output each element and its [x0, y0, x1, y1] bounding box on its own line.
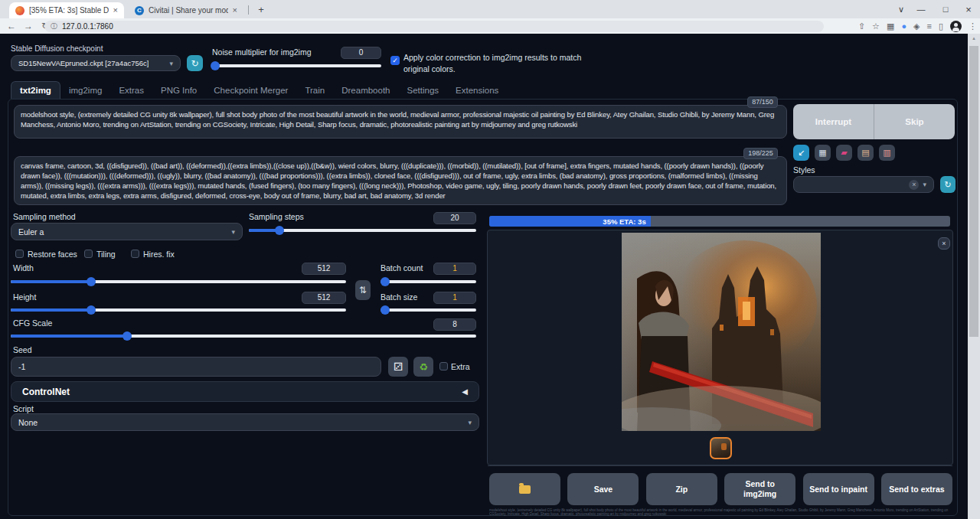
- clear-prompt-button[interactable]: ▦: [815, 145, 831, 161]
- tab-title: Civitai | Share your models: [149, 6, 228, 15]
- cfg-scale-slider[interactable]: [11, 335, 476, 338]
- browser-menu-icon[interactable]: ⋮: [969, 21, 977, 31]
- slider-thumb[interactable]: [275, 226, 284, 235]
- site-info-icon[interactable]: ⓘ: [51, 21, 57, 31]
- window-maximize-button[interactable]: □: [933, 0, 959, 18]
- batch-count-value[interactable]: 1: [433, 263, 476, 275]
- refresh-styles-button[interactable]: ↻: [940, 176, 956, 193]
- tiling-checkbox[interactable]: [84, 250, 93, 258]
- noise-multiplier-value[interactable]: 0: [341, 47, 381, 59]
- profile-avatar[interactable]: [950, 21, 962, 32]
- batch-size-value[interactable]: 1: [433, 292, 476, 304]
- slider-thumb[interactable]: [87, 277, 96, 286]
- back-icon[interactable]: ←: [3, 21, 20, 31]
- scrollbar-thumb[interactable]: [969, 46, 978, 337]
- send-to-inpaint-button[interactable]: Send to inpaint: [803, 473, 874, 505]
- browser-tab-stable-diffusion[interactable]: [35% ETA: 3s] Stable Diffusion ×: [9, 2, 124, 18]
- forward-icon[interactable]: →: [20, 21, 37, 31]
- share-icon[interactable]: ⇧: [858, 21, 865, 31]
- generated-image[interactable]: [622, 233, 821, 431]
- extension-dot-icon[interactable]: ●: [901, 21, 906, 31]
- height-slider[interactable]: [11, 308, 346, 312]
- slider-fill: [11, 335, 127, 338]
- new-tab-button[interactable]: +: [254, 3, 268, 17]
- sampling-method-select[interactable]: Euler a ▾: [11, 223, 243, 240]
- side-panel-icon[interactable]: ▯: [939, 21, 943, 31]
- seed-extra-checkbox[interactable]: [439, 362, 448, 370]
- clear-styles-icon[interactable]: ×: [909, 180, 919, 190]
- close-tab-icon[interactable]: ×: [233, 6, 237, 15]
- cfg-scale-value[interactable]: 8: [433, 318, 476, 331]
- tab-dreambooth[interactable]: Dreambooth: [333, 82, 398, 99]
- tab-img2img[interactable]: img2img: [60, 82, 110, 99]
- paste-params-button[interactable]: ↙: [793, 145, 809, 161]
- tab-train[interactable]: Train: [296, 82, 333, 99]
- color-correction-checkbox[interactable]: ✓: [390, 56, 400, 65]
- gallery-thumbnail[interactable]: [710, 437, 732, 459]
- browser-tab-civitai[interactable]: C Civitai | Share your models ×: [129, 2, 243, 18]
- sampling-steps-slider[interactable]: [249, 229, 476, 232]
- slider-thumb[interactable]: [381, 277, 390, 286]
- noise-multiplier-slider[interactable]: [215, 64, 381, 67]
- tab-png-info[interactable]: PNG Info: [152, 82, 205, 99]
- extension-grid-icon[interactable]: ▦: [887, 21, 894, 31]
- send-to-img2img-button[interactable]: Send to img2img: [724, 473, 795, 505]
- save-style-button[interactable]: ▥: [879, 145, 895, 161]
- seed-input[interactable]: -1: [11, 357, 381, 377]
- extra-networks-button[interactable]: ▰: [836, 145, 852, 161]
- seed-extra-label: Extra: [451, 362, 470, 371]
- bookmark-star-icon[interactable]: ☆: [872, 21, 880, 31]
- negative-prompt-textarea[interactable]: canvas frame, cartoon, 3d, ((disfigured)…: [14, 156, 787, 205]
- reuse-seed-recycle-button[interactable]: ♻: [413, 357, 433, 377]
- width-slider[interactable]: [11, 280, 346, 283]
- zip-button[interactable]: Zip: [646, 473, 717, 505]
- refresh-checkpoint-button[interactable]: ↻: [187, 55, 203, 71]
- chevron-down-icon: ▾: [169, 60, 173, 67]
- tab-checkpoint-merger[interactable]: Checkpoint Merger: [205, 82, 296, 99]
- random-seed-dice-button[interactable]: ⚂: [388, 357, 408, 377]
- civitai-favicon: C: [135, 6, 144, 15]
- batch-count-label: Batch count: [381, 263, 423, 273]
- sampling-steps-value[interactable]: 20: [433, 212, 476, 224]
- height-value[interactable]: 512: [302, 292, 346, 304]
- checkpoint-select[interactable]: SD15NewVAEpruned.ckpt [27a4ac756c] ▾: [11, 55, 181, 71]
- tab-settings[interactable]: Settings: [399, 82, 448, 99]
- batch-count-slider[interactable]: [381, 280, 476, 283]
- window-minimize-button[interactable]: —: [908, 0, 934, 18]
- tab-txt2img[interactable]: txt2img: [11, 81, 60, 99]
- width-value[interactable]: 512: [302, 263, 346, 275]
- address-bar[interactable]: ⓘ 127.0.0.1:7860: [44, 21, 824, 32]
- slider-thumb[interactable]: [211, 61, 220, 70]
- restore-faces-checkbox[interactable]: [15, 250, 24, 258]
- tab-extensions[interactable]: Extensions: [447, 82, 507, 99]
- progress-fill: 35% ETA: 3s: [489, 216, 651, 227]
- swap-dimensions-button[interactable]: ⇅: [355, 280, 371, 300]
- controlnet-accordion[interactable]: ControlNet ◀: [11, 381, 479, 402]
- open-folder-button[interactable]: [489, 473, 560, 505]
- close-tab-icon[interactable]: ×: [113, 6, 118, 15]
- close-preview-button[interactable]: ×: [938, 237, 950, 250]
- styles-label: Styles: [793, 165, 815, 175]
- hires-fix-checkbox[interactable]: [131, 250, 139, 258]
- extensions-puzzle-icon[interactable]: ◈: [913, 21, 920, 31]
- apply-styles-button[interactable]: ▤: [858, 145, 874, 161]
- slider-thumb[interactable]: [122, 331, 132, 341]
- tab-extras[interactable]: Extras: [110, 82, 152, 99]
- styles-select[interactable]: × ▾: [793, 176, 934, 193]
- save-button[interactable]: Save: [567, 473, 639, 505]
- batch-size-slider[interactable]: [381, 308, 476, 312]
- reading-list-icon[interactable]: ≡: [927, 21, 932, 31]
- script-label: Script: [13, 404, 34, 413]
- interrupt-button[interactable]: Interrupt: [793, 104, 874, 139]
- slider-thumb[interactable]: [87, 305, 96, 315]
- scrollbar-up-icon[interactable]: ▴: [968, 35, 980, 41]
- main-tab-bar: txt2img img2img Extras PNG Info Checkpoi…: [11, 81, 507, 99]
- skip-button[interactable]: Skip: [874, 104, 955, 139]
- color-correction-label: Apply color correction to img2img result…: [403, 52, 596, 74]
- script-select[interactable]: None ▾: [11, 413, 479, 431]
- window-close-button[interactable]: ×: [956, 0, 980, 18]
- send-to-extras-button[interactable]: Send to extras: [881, 473, 952, 505]
- page-scrollbar[interactable]: ▴: [968, 34, 980, 519]
- prompt-textarea[interactable]: modelshoot style, (extremely detailed CG…: [14, 105, 787, 139]
- slider-thumb[interactable]: [381, 305, 390, 315]
